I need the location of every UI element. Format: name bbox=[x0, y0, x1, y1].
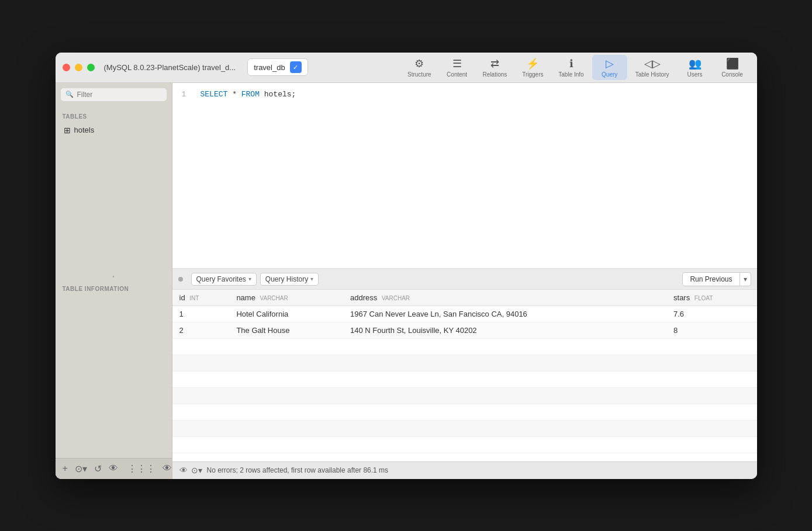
empty-row bbox=[172, 372, 757, 388]
close-button[interactable] bbox=[63, 64, 70, 71]
query-history-dropdown[interactable]: Query History ▾ bbox=[260, 273, 319, 286]
maximize-button[interactable] bbox=[87, 64, 95, 71]
keyword-from: FROM bbox=[241, 90, 260, 99]
toolbar-structure[interactable]: ⚙ Structure bbox=[402, 55, 437, 80]
add-button[interactable]: + bbox=[60, 462, 70, 475]
sidebar: 🔍 TABLES ⊞ hotels TABLE INFORMATION + ⊙▾… bbox=[56, 83, 172, 479]
columns-button[interactable]: ⋮⋮⋮ bbox=[125, 462, 158, 476]
triggers-icon: ⚡ bbox=[526, 57, 539, 70]
status-bar: 👁 ⊙▾ No errors; 2 rows affected, first r… bbox=[172, 461, 757, 479]
run-previous-button[interactable]: Run Previous ▾ bbox=[682, 272, 751, 286]
query-favorites-label: Query Favorites bbox=[196, 275, 246, 283]
toolbar-table-info[interactable]: ℹ Table Info bbox=[552, 55, 589, 80]
cell-name: The Galt House bbox=[229, 322, 343, 339]
refresh-button[interactable]: ↺ bbox=[92, 462, 104, 476]
toolbar-users[interactable]: 👥 Users bbox=[678, 55, 713, 80]
cell-address: 140 N Fourth St, Louisville, KY 40202 bbox=[343, 322, 666, 339]
content-icon: ☰ bbox=[452, 57, 462, 70]
console-icon: ⬛ bbox=[726, 57, 739, 70]
users-icon: 👥 bbox=[689, 57, 702, 70]
table-info-label: TABLE INFORMATION bbox=[60, 283, 167, 294]
query-area: 1 SELECT * FROM hotels; Query Favorites … bbox=[172, 83, 757, 479]
col-type-name: VARCHAR bbox=[260, 295, 288, 301]
table-row: 2The Galt House140 N Fourth St, Louisvil… bbox=[172, 322, 757, 339]
cell-id: 2 bbox=[172, 322, 230, 339]
app-window: (MySQL 8.0.23-PlanetScale) travel_d... t… bbox=[56, 53, 757, 479]
minimize-button[interactable] bbox=[75, 64, 82, 71]
search-input[interactable] bbox=[77, 91, 162, 99]
col-type-address: VARCHAR bbox=[382, 295, 410, 301]
action-icon[interactable]: ⊙▾ bbox=[191, 466, 202, 475]
sidebar-bottom-toolbar: + ⊙▾ ↺ 👁 ⋮⋮⋮ 👁 ⊙▾ bbox=[56, 458, 172, 479]
table-info-label: Table Info bbox=[558, 71, 583, 78]
query-resizer[interactable] bbox=[178, 277, 183, 282]
run-previous-arrow-icon: ▾ bbox=[740, 273, 751, 286]
col-header-stars: stars FLOAT bbox=[666, 290, 756, 306]
empty-row bbox=[172, 404, 757, 421]
code-table: hotels; bbox=[264, 90, 296, 99]
line-number-1: 1 bbox=[182, 90, 191, 99]
query-favorites-dropdown[interactable]: Query Favorites ▾ bbox=[191, 273, 257, 286]
view-icon[interactable]: 👁 bbox=[179, 466, 188, 475]
toolbar-content[interactable]: ☰ Content bbox=[440, 55, 475, 80]
query-history-label: Query History bbox=[265, 275, 308, 283]
window-title: (MySQL 8.0.23-PlanetScale) travel_d... bbox=[104, 63, 236, 72]
action-dropdown-button[interactable]: ⊙▾ bbox=[72, 462, 89, 476]
toolbar-relations[interactable]: ⇄ Relations bbox=[477, 55, 513, 80]
col-header-id: id INT bbox=[172, 290, 230, 306]
table-header-row: id INT name VARCHAR address VARCHAR bbox=[172, 290, 757, 306]
toolbar-query[interactable]: ▷ Query bbox=[592, 55, 627, 80]
cell-name: Hotel California bbox=[229, 306, 343, 322]
empty-row bbox=[172, 355, 757, 372]
db-selector[interactable]: travel_db ✓ bbox=[247, 58, 307, 76]
table-history-icon: ◁▷ bbox=[644, 57, 661, 70]
db-selector-icon: ✓ bbox=[290, 61, 302, 73]
table-history-label: Table History bbox=[635, 71, 669, 78]
empty-rows bbox=[172, 339, 757, 453]
col-type-id: INT bbox=[189, 295, 199, 301]
titlebar: (MySQL 8.0.23-PlanetScale) travel_d... t… bbox=[56, 53, 757, 83]
status-bar-left: 👁 ⊙▾ bbox=[179, 466, 202, 475]
table-icon: ⊞ bbox=[64, 126, 71, 135]
empty-row bbox=[172, 339, 757, 355]
col-name-name: name bbox=[236, 293, 255, 302]
table-info-section: TABLE INFORMATION bbox=[56, 279, 172, 299]
structure-icon: ⚙ bbox=[414, 57, 424, 70]
empty-row bbox=[172, 388, 757, 404]
code-content-1: SELECT * FROM hotels; bbox=[201, 90, 748, 99]
query-toolbar: Query Favorites ▾ Query History ▾ Run Pr… bbox=[172, 269, 757, 290]
cell-stars: 8 bbox=[666, 322, 756, 339]
cell-stars: 7.6 bbox=[666, 306, 756, 322]
toolbar-console[interactable]: ⬛ Console bbox=[715, 55, 750, 80]
run-previous-label: Run Previous bbox=[683, 273, 740, 286]
cell-id: 1 bbox=[172, 306, 230, 322]
empty-row bbox=[172, 437, 757, 453]
toolbar-triggers[interactable]: ⚡ Triggers bbox=[515, 55, 550, 80]
editor-pane[interactable]: 1 SELECT * FROM hotels; bbox=[172, 83, 757, 269]
col-header-address: address VARCHAR bbox=[343, 290, 666, 306]
search-icon: 🔍 bbox=[65, 91, 74, 98]
users-label: Users bbox=[687, 71, 702, 78]
results-body: 1Hotel California1967 Can Never Leave Ln… bbox=[172, 306, 757, 339]
table-row: 1Hotel California1967 Can Never Leave Ln… bbox=[172, 306, 757, 322]
col-name-stars: stars bbox=[673, 293, 690, 302]
table-info-icon: ℹ bbox=[569, 57, 573, 70]
col-name-address: address bbox=[350, 293, 377, 302]
visibility-button[interactable]: 👁 bbox=[106, 462, 120, 475]
sidebar-resizer[interactable] bbox=[56, 274, 172, 279]
results-table: id INT name VARCHAR address VARCHAR bbox=[172, 290, 757, 461]
col-header-name: name VARCHAR bbox=[229, 290, 343, 306]
triggers-label: Triggers bbox=[522, 71, 543, 78]
console-label: Console bbox=[721, 71, 743, 78]
code-star: * bbox=[232, 90, 241, 99]
query-icon: ▷ bbox=[606, 57, 614, 70]
status-message: No errors; 2 rows affected, first row av… bbox=[207, 466, 389, 474]
main-layout: 🔍 TABLES ⊞ hotels TABLE INFORMATION + ⊙▾… bbox=[56, 83, 757, 479]
toolbar-table-history[interactable]: ◁▷ Table History bbox=[630, 55, 675, 80]
history-chevron-icon: ▾ bbox=[310, 276, 313, 282]
main-toolbar: ⚙ Structure ☰ Content ⇄ Relations ⚡ Trig… bbox=[402, 55, 749, 80]
code-line-1: 1 SELECT * FROM hotels; bbox=[182, 90, 748, 99]
search-box[interactable]: 🔍 bbox=[60, 88, 167, 102]
relations-icon: ⇄ bbox=[490, 57, 499, 70]
table-item-hotels[interactable]: ⊞ hotels bbox=[60, 123, 167, 137]
